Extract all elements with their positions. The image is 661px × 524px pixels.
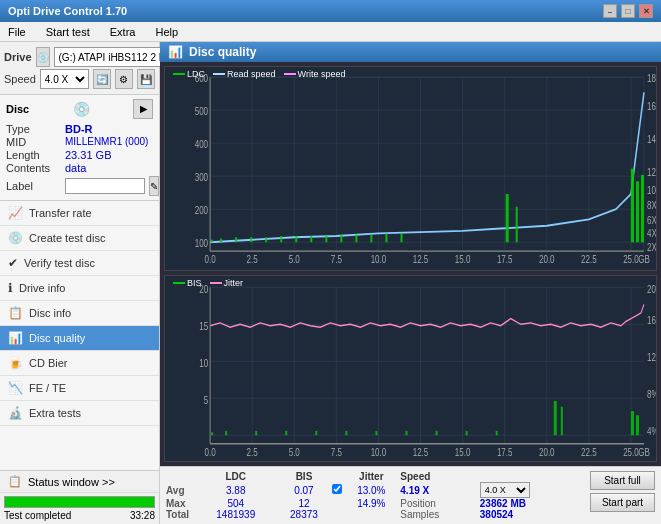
svg-rect-62 bbox=[516, 207, 518, 243]
start-part-button[interactable]: Start part bbox=[590, 493, 655, 512]
bis-legend-color bbox=[173, 282, 185, 284]
svg-text:200: 200 bbox=[195, 205, 208, 216]
cd-bier-label: CD Bier bbox=[29, 357, 68, 369]
svg-text:15.0: 15.0 bbox=[455, 254, 471, 265]
speed-select-stats[interactable]: 4.0 X bbox=[480, 482, 530, 498]
svg-text:5.0: 5.0 bbox=[289, 254, 300, 265]
svg-text:500: 500 bbox=[195, 106, 208, 117]
sidebar-item-create-test-disc[interactable]: 💿 Create test disc bbox=[0, 226, 159, 251]
drive-icon-btn[interactable]: 💿 bbox=[36, 47, 50, 67]
menu-help[interactable]: Help bbox=[151, 24, 182, 40]
svg-rect-58 bbox=[370, 235, 372, 243]
sidebar-bottom: 📋 Status window >> Test completed 33:28 bbox=[0, 470, 159, 524]
menu-file[interactable]: File bbox=[4, 24, 30, 40]
position-label: Position bbox=[400, 498, 479, 509]
ldc-max-val: 504 bbox=[196, 498, 276, 509]
menu-start-test[interactable]: Start test bbox=[42, 24, 94, 40]
speed-display-val: 4.19 X bbox=[400, 482, 479, 498]
svg-text:6X: 6X bbox=[647, 216, 656, 227]
main-layout: Drive 💿 (G:) ATAPI iHBS112 2 PL06 ⏏ Spee… bbox=[0, 42, 661, 524]
upper-chart-legend: LDC Read speed Write speed bbox=[173, 69, 345, 79]
svg-text:25.0: 25.0 bbox=[623, 446, 639, 459]
speed-label: Speed bbox=[4, 73, 36, 85]
fe-te-label: FE / TE bbox=[29, 382, 66, 394]
disc-quality-header: 📊 Disc quality bbox=[160, 42, 661, 62]
minimize-button[interactable]: – bbox=[603, 4, 617, 18]
svg-rect-105 bbox=[211, 433, 213, 436]
disc-label-edit-btn[interactable]: ✎ bbox=[149, 176, 159, 196]
write-speed-legend: Write speed bbox=[284, 69, 346, 79]
transfer-rate-label: Transfer rate bbox=[29, 207, 92, 219]
svg-rect-65 bbox=[641, 175, 644, 242]
bis-legend-label: BIS bbox=[187, 278, 202, 288]
ldc-legend: LDC bbox=[173, 69, 205, 79]
jitter-checkbox[interactable] bbox=[332, 484, 342, 494]
sidebar-item-fe-te[interactable]: 📉 FE / TE bbox=[0, 376, 159, 401]
close-button[interactable]: ✕ bbox=[639, 4, 653, 18]
upper-chart-svg: 600 500 400 300 200 100 18X 16X 14X 12X … bbox=[165, 67, 656, 270]
sidebar-item-cd-bier[interactable]: 🍺 CD Bier bbox=[0, 351, 159, 376]
bis-max-val: 12 bbox=[276, 498, 333, 509]
svg-rect-116 bbox=[554, 401, 557, 435]
charts-container: LDC Read speed Write speed bbox=[160, 62, 661, 466]
jitter-legend: Jitter bbox=[210, 278, 244, 288]
disc-label-input[interactable] bbox=[65, 178, 145, 194]
read-speed-legend: Read speed bbox=[213, 69, 276, 79]
extra-tests-icon: 🔬 bbox=[8, 406, 23, 420]
svg-text:16X: 16X bbox=[647, 101, 656, 112]
disc-info-nav-icon: 📋 bbox=[8, 306, 23, 320]
sidebar-item-drive-info[interactable]: ℹ Drive info bbox=[0, 276, 159, 301]
menu-extra[interactable]: Extra bbox=[106, 24, 140, 40]
save-button[interactable]: 💾 bbox=[137, 69, 155, 89]
status-window-icon: 📋 bbox=[8, 475, 22, 488]
svg-text:2.5: 2.5 bbox=[247, 254, 258, 265]
progress-bar-outer bbox=[4, 496, 155, 508]
svg-text:300: 300 bbox=[195, 172, 208, 183]
svg-text:14X: 14X bbox=[647, 134, 656, 145]
disc-header-label: Disc bbox=[6, 103, 29, 115]
svg-rect-52 bbox=[280, 236, 282, 242]
settings-button[interactable]: ⚙ bbox=[115, 69, 133, 89]
sidebar-item-extra-tests[interactable]: 🔬 Extra tests bbox=[0, 401, 159, 426]
svg-rect-117 bbox=[561, 407, 563, 435]
upper-chart: LDC Read speed Write speed bbox=[164, 66, 657, 271]
ldc-total-val: 1481939 bbox=[196, 509, 276, 520]
start-full-button[interactable]: Start full bbox=[590, 471, 655, 490]
speed-col-label: Speed bbox=[400, 471, 479, 482]
sidebar-item-disc-quality[interactable]: 📊 Disc quality bbox=[0, 326, 159, 351]
svg-rect-119 bbox=[636, 416, 639, 436]
svg-text:17.5: 17.5 bbox=[497, 254, 513, 265]
app-title: Opti Drive Control 1.70 bbox=[8, 5, 127, 17]
svg-text:10.0: 10.0 bbox=[371, 254, 387, 265]
avg-row-label: Avg bbox=[166, 482, 196, 498]
progress-bar-inner bbox=[5, 497, 154, 507]
svg-rect-112 bbox=[405, 431, 407, 435]
read-speed-legend-label: Read speed bbox=[227, 69, 276, 79]
sidebar-item-transfer-rate[interactable]: 📈 Transfer rate bbox=[0, 201, 159, 226]
svg-text:12X: 12X bbox=[647, 167, 656, 178]
status-window-btn[interactable]: 📋 Status window >> bbox=[0, 471, 159, 493]
disc-info-icon[interactable]: ▶ bbox=[133, 99, 153, 119]
svg-text:12%: 12% bbox=[647, 351, 656, 364]
maximize-button[interactable]: □ bbox=[621, 4, 635, 18]
svg-rect-114 bbox=[466, 431, 468, 435]
refresh-button[interactable]: 🔄 bbox=[93, 69, 111, 89]
content-area: 📊 Disc quality LDC Read speed bbox=[160, 42, 661, 524]
svg-text:16%: 16% bbox=[647, 314, 656, 327]
ldc-avg-val: 3.88 bbox=[196, 482, 276, 498]
sidebar-item-verify-test-disc[interactable]: ✔ Verify test disc bbox=[0, 251, 159, 276]
svg-text:17.5: 17.5 bbox=[497, 446, 513, 459]
sidebar-item-disc-info[interactable]: 📋 Disc info bbox=[0, 301, 159, 326]
svg-rect-47 bbox=[211, 240, 213, 243]
jitter-col-header: Jitter bbox=[342, 471, 400, 482]
svg-rect-111 bbox=[375, 431, 377, 435]
window-controls: – □ ✕ bbox=[603, 4, 653, 18]
disc-quality-label: Disc quality bbox=[29, 332, 85, 344]
write-speed-legend-color bbox=[284, 73, 296, 75]
svg-rect-115 bbox=[496, 431, 498, 435]
svg-text:7.5: 7.5 bbox=[331, 446, 343, 459]
status-window-label: Status window >> bbox=[28, 476, 115, 488]
svg-rect-64 bbox=[636, 181, 639, 242]
speed-select[interactable]: 4.0 X bbox=[40, 69, 89, 89]
stats-table: LDC BIS Jitter Speed Avg 3.88 0.07 bbox=[166, 471, 582, 520]
